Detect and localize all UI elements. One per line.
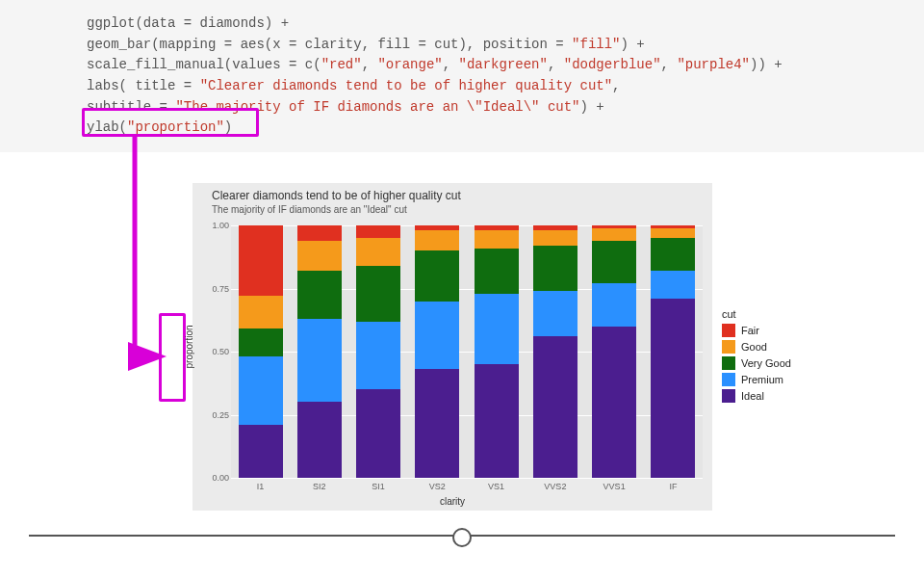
legend-swatch xyxy=(722,324,735,337)
legend-item: Premium xyxy=(722,373,791,386)
legend-label: Fair xyxy=(741,325,759,336)
y-tick: 0.75 xyxy=(212,284,229,294)
bar-IF xyxy=(651,225,695,478)
bar-VVS1 xyxy=(592,225,636,478)
bar-segment xyxy=(651,238,695,271)
bar-I1 xyxy=(239,225,283,478)
y-tick: 0.50 xyxy=(212,347,229,356)
bar-segment xyxy=(592,228,636,241)
bar-segment xyxy=(356,238,400,266)
bar-segment xyxy=(651,299,695,478)
legend-item: Very Good xyxy=(722,356,791,370)
x-tick: VVS1 xyxy=(603,482,626,491)
bar-SI2 xyxy=(297,225,342,478)
code-block: ggplot(data = diamonds) + geom_bar(mappi… xyxy=(0,0,924,152)
legend-label: Ideal xyxy=(741,390,764,402)
y-tick: 0.00 xyxy=(212,473,229,483)
legend-label: Good xyxy=(741,341,767,353)
x-tick: VVS2 xyxy=(544,482,566,491)
bar-VVS2 xyxy=(533,225,578,478)
bar-segment xyxy=(592,283,636,327)
legend-title: cut xyxy=(722,308,791,320)
legend-item: Good xyxy=(722,340,791,354)
bar-segment xyxy=(297,271,342,319)
y-tick: 0.25 xyxy=(212,410,229,420)
y-axis-label: proportion xyxy=(184,325,194,368)
legend-swatch xyxy=(722,389,735,403)
bar-VS2 xyxy=(415,225,459,478)
code-string: "fill" xyxy=(572,37,620,52)
bar-segment xyxy=(651,228,695,238)
bar-segment xyxy=(415,250,459,301)
ggplot-figure: Clearer diamonds tend to be of higher qu… xyxy=(192,183,712,511)
bar-segment xyxy=(239,425,283,478)
bar-segment xyxy=(475,294,519,364)
bar-segment xyxy=(651,271,695,299)
legend-swatch xyxy=(722,340,735,354)
legend-label: Very Good xyxy=(741,357,791,369)
plot-title: Clearer diamonds tend to be of higher qu… xyxy=(212,189,461,202)
bar-segment xyxy=(239,356,283,425)
bar-SI1 xyxy=(356,225,400,478)
gridline xyxy=(231,478,703,479)
legend: cut FairGoodVery GoodPremiumIdeal xyxy=(722,308,791,406)
x-tick: I1 xyxy=(257,482,265,491)
bar-segment xyxy=(356,322,400,390)
code-line: ggplot(data = diamonds) + xyxy=(87,15,289,31)
plot-subtitle: The majority of IF diamonds are an "Idea… xyxy=(212,204,407,215)
bar-segment xyxy=(592,241,636,284)
slide-separator-knob xyxy=(452,528,472,547)
x-tick: SI1 xyxy=(372,482,385,491)
bar-segment xyxy=(415,230,459,250)
bar-segment xyxy=(592,327,636,478)
x-tick: IF xyxy=(669,482,677,491)
bar-segment xyxy=(475,249,519,294)
bar-segment xyxy=(239,225,283,296)
plot-panel xyxy=(231,225,703,478)
y-tick: 1.00 xyxy=(212,221,229,230)
bar-segment xyxy=(297,319,342,402)
x-tick: VS2 xyxy=(429,482,446,491)
legend-swatch xyxy=(722,356,735,370)
legend-item: Fair xyxy=(722,324,791,337)
bar-segment xyxy=(356,225,400,238)
legend-swatch xyxy=(722,373,735,386)
bar-segment xyxy=(533,291,578,336)
bar-segment xyxy=(533,336,578,478)
bar-segment xyxy=(475,230,519,248)
bar-segment xyxy=(533,246,578,291)
bar-segment xyxy=(415,302,459,370)
bar-segment xyxy=(297,225,342,241)
bar-segment xyxy=(297,402,342,478)
bar-segment xyxy=(356,266,400,322)
bar-segment xyxy=(475,364,519,478)
bar-segment xyxy=(297,241,342,271)
legend-label: Premium xyxy=(741,374,783,385)
x-tick: VS1 xyxy=(488,482,504,491)
legend-item: Ideal xyxy=(722,389,791,403)
bar-segment xyxy=(239,328,283,356)
bar-segment xyxy=(356,389,400,478)
code-line: geom_bar(mapping = aes(x = clarity, fill… xyxy=(87,37,572,52)
x-tick: SI2 xyxy=(313,482,326,491)
x-axis-label: clarity xyxy=(440,496,465,507)
bar-segment xyxy=(415,369,459,478)
bar-segment xyxy=(239,296,283,328)
bar-segment xyxy=(533,230,578,246)
bar-VS1 xyxy=(475,225,519,478)
